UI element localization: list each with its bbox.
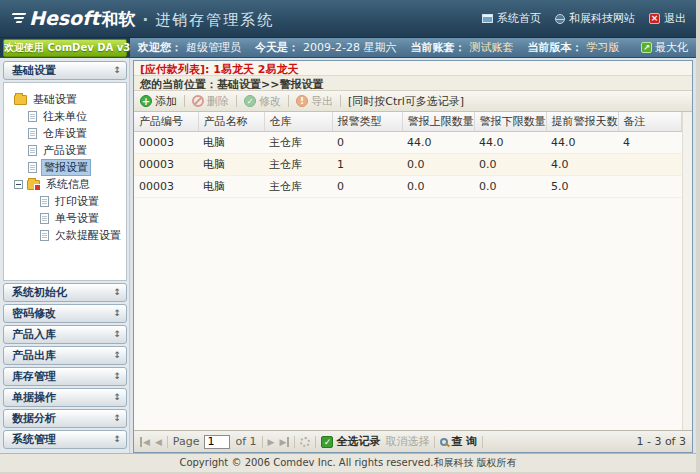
cell: 0.0: [474, 154, 546, 176]
account-value: 测试账套: [469, 40, 513, 55]
next-page-icon[interactable]: ▶: [268, 437, 275, 447]
table-header-row: 产品编号 产品名称 仓库 报警类型 警报上限数量 警报下限数量 提前警报天数 备…: [134, 112, 682, 132]
panel-label: 库存管理: [12, 369, 56, 384]
sidebar-panel-inventory-management[interactable]: 库存管理 ↕: [3, 367, 127, 386]
toolbar: + 添加 删除 ✓ 修改 ! 导出 [同时按: [134, 91, 692, 112]
document-icon: [28, 145, 37, 156]
export-label: 导出: [311, 94, 333, 109]
table-row[interactable]: 00003 电脑 主仓库 0 0.0 0.0 5.0: [134, 176, 682, 198]
brand-logo: Hesoft 和软 · 进销存管理系统: [12, 7, 274, 31]
cell: 电脑: [198, 154, 264, 176]
add-button[interactable]: + 添加: [140, 94, 177, 109]
pager-divider: [482, 436, 483, 448]
main-content: [应付款列表]: 1易龙天 2易龙天 您的当前位置：基础设置>>警报设置 + 添…: [133, 60, 693, 453]
pin-icon: ↕: [113, 393, 121, 402]
logout-link[interactable]: × 退出: [649, 11, 686, 26]
col-header-remarks[interactable]: 备注: [618, 112, 682, 132]
folder-red-icon: [27, 180, 40, 190]
sidebar-panel-product-inbound[interactable]: 产品入库 ↕: [3, 325, 127, 344]
cell: 00003: [134, 132, 198, 154]
col-header-upper-limit[interactable]: 警报上限数量: [402, 112, 474, 132]
tree-item-product-settings[interactable]: 产品设置: [6, 142, 124, 159]
logout-label: 退出: [664, 11, 686, 26]
system-home-link[interactable]: 系统首页: [482, 11, 541, 26]
tree-item-debt-reminder-settings[interactable]: 欠款提醒设置: [6, 227, 124, 244]
tree-item-partners[interactable]: 往来单位: [6, 108, 124, 125]
panel-label: 产品出库: [12, 348, 56, 363]
sidebar-panel-system-init[interactable]: 系统初始化 ↕: [3, 283, 127, 302]
col-header-alert-type[interactable]: 报警类型: [332, 112, 402, 132]
panel-label: 产品入库: [12, 327, 56, 342]
query-button[interactable]: 查 询: [440, 434, 477, 449]
tree-item-label: 欠款提醒设置: [53, 228, 123, 243]
sidebar-panel-password-change[interactable]: 密码修改 ↕: [3, 304, 127, 323]
tree-item-warehouse-settings[interactable]: 仓库设置: [6, 125, 124, 142]
sidebar-panel-system-management[interactable]: 系统管理 ↕: [3, 430, 127, 449]
exit-icon: ×: [649, 13, 660, 24]
vertical-scrollbar[interactable]: [682, 112, 692, 430]
logo-separator: ·: [143, 11, 149, 29]
pagination-bar: ◀ ◀ Page of 1 ▶ ▶ ✓ 全选记录 取消选择: [134, 430, 692, 452]
tree-root-label: 基础设置: [31, 92, 79, 107]
folder-icon: [14, 95, 27, 105]
cell: 00003: [134, 154, 198, 176]
export-button[interactable]: ! 导出: [296, 94, 333, 109]
cell: 主仓库: [264, 176, 332, 198]
pin-icon: ↕: [113, 66, 121, 75]
tree-root-basic-settings[interactable]: 基础设置: [6, 91, 124, 108]
home-icon: [482, 14, 493, 23]
payable-notice-link[interactable]: [应付款列表]: 1易龙天 2易龙天: [134, 61, 692, 76]
tree-item-docnumber-settings[interactable]: 单号设置: [6, 210, 124, 227]
today-value: 2009-2-28 星期六: [303, 40, 396, 55]
panel-label: 密码修改: [12, 306, 56, 321]
first-page-icon[interactable]: ◀: [140, 437, 150, 447]
prev-page-icon[interactable]: ◀: [155, 437, 162, 447]
body-row: 基础设置 ↕ 基础设置 往来单位 仓库设置 产品设置: [0, 58, 696, 453]
alerts-table: 产品编号 产品名称 仓库 报警类型 警报上限数量 警报下限数量 提前警报天数 备…: [134, 112, 682, 198]
sidebar-panel-product-outbound[interactable]: 产品出库 ↕: [3, 346, 127, 365]
delete-button[interactable]: 删除: [192, 94, 229, 109]
panel-label: 数据分析: [12, 411, 56, 426]
collapse-expander-icon[interactable]: [14, 180, 23, 189]
app-window: Hesoft 和软 · 进销存管理系统 系统首页 和展科技网站 × 退出 欢迎使…: [0, 0, 700, 474]
delete-icon: [192, 95, 204, 107]
last-page-icon[interactable]: ▶: [280, 437, 290, 447]
flame-icon: [12, 11, 28, 25]
document-icon: [28, 111, 37, 122]
cell: 44.0: [546, 132, 618, 154]
cell: 电脑: [198, 132, 264, 154]
pager-divider: [315, 436, 316, 448]
maximize-button[interactable]: ↗ 最大化: [641, 40, 688, 55]
panel-label: 基础设置: [12, 63, 56, 78]
table-row[interactable]: 00003 电脑 主仓库 0 44.0 44.0 44.0 4: [134, 132, 682, 154]
col-header-warehouse[interactable]: 仓库: [264, 112, 332, 132]
refresh-icon[interactable]: [300, 437, 310, 447]
document-icon: [40, 213, 49, 224]
cell: 4.0: [546, 154, 618, 176]
header-links: 系统首页 和展科技网站 × 退出: [482, 11, 686, 26]
sidebar-panel-basic-settings[interactable]: 基础设置 ↕: [3, 61, 127, 80]
delete-label: 删除: [207, 94, 229, 109]
breadcrumb: 您的当前位置：基础设置>>警报设置: [134, 76, 692, 91]
tree-group-system-info[interactable]: 系统信息: [6, 176, 124, 193]
sidebar-panel-document-operations[interactable]: 单据操作 ↕: [3, 388, 127, 407]
tree-item-alert-settings[interactable]: 警报设置: [6, 159, 124, 176]
modify-button[interactable]: ✓ 修改: [244, 94, 281, 109]
version-value: 学习版: [586, 40, 619, 55]
edit-icon: ✓: [244, 95, 256, 107]
company-website-link[interactable]: 和展科技网站: [555, 11, 635, 26]
sidebar-panel-data-analysis[interactable]: 数据分析 ↕: [3, 409, 127, 428]
app-title: 进销存管理系统: [155, 11, 274, 30]
page-input[interactable]: [204, 435, 230, 449]
col-header-lower-limit[interactable]: 警报下限数量: [474, 112, 546, 132]
col-header-advance-days[interactable]: 提前警报天数: [546, 112, 618, 132]
col-header-product-name[interactable]: 产品名称: [198, 112, 264, 132]
tree-item-print-settings[interactable]: 打印设置: [6, 193, 124, 210]
info-bar: 欢迎使用 ComDev DA v3.0 欢迎您： 超级管理员 今天是： 2009…: [0, 38, 696, 58]
col-header-product-code[interactable]: 产品编号: [134, 112, 198, 132]
toolbar-divider: [288, 95, 289, 107]
select-all-button[interactable]: ✓ 全选记录: [321, 434, 380, 449]
deselect-button[interactable]: 取消选择: [385, 434, 429, 449]
greet-label: 欢迎您：: [138, 40, 182, 55]
table-row[interactable]: 00003 电脑 主仓库 1 0.0 0.0 4.0: [134, 154, 682, 176]
